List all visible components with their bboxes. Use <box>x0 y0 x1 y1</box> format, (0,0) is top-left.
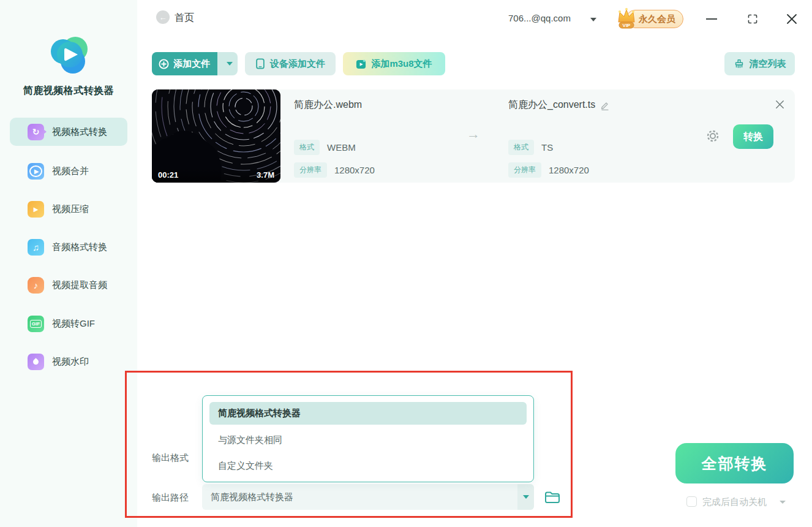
sidebar-item-label: 视频提取音频 <box>52 279 107 291</box>
sidebar-item-audio-convert[interactable]: 音频格式转换 <box>10 233 127 261</box>
back-button[interactable]: ← <box>156 10 170 24</box>
breadcrumb-home: 首页 <box>175 12 194 25</box>
sidebar-item-video-convert[interactable]: 视频格式转换 <box>10 118 127 146</box>
add-m3u8-label: 添加m3u8文件 <box>371 58 432 70</box>
device-add-file-button[interactable]: 设备添加文件 <box>245 52 336 75</box>
video-convert-icon <box>28 124 44 140</box>
sidebar-item-label: 视频转GIF <box>52 318 95 330</box>
maximize-icon <box>747 13 758 25</box>
extract-audio-icon <box>28 277 44 294</box>
sidebar-item-video-compress[interactable]: 视频压缩 <box>10 195 127 223</box>
sidebar-item-label: 视频水印 <box>52 356 89 368</box>
add-file-dropdown-button[interactable] <box>222 52 238 75</box>
pencil-icon[interactable] <box>600 100 610 110</box>
app-title: 简鹿视频格式转换器 <box>0 85 137 97</box>
broom-icon <box>734 58 745 69</box>
chevron-down-icon <box>227 62 233 66</box>
sidebar-item-extract-audio[interactable]: 视频提取音频 <box>10 271 127 299</box>
chevron-down-icon <box>523 495 529 499</box>
shutdown-chevron-down-icon[interactable] <box>780 501 786 504</box>
add-m3u8-button[interactable]: 添加m3u8文件 <box>343 52 445 75</box>
device-add-label: 设备添加文件 <box>270 58 325 70</box>
close-icon <box>775 99 785 110</box>
sidebar-item-watermark[interactable]: 视频水印 <box>10 347 127 376</box>
sidebar-item-video-merge[interactable]: 视频合并 <box>10 157 127 185</box>
sidebar-item-video-to-gif[interactable]: 视频转GIF <box>10 309 127 338</box>
source-format-value: WEBM <box>327 142 356 153</box>
source-resolution-tag: 分辨率 <box>294 162 327 178</box>
maximize-button[interactable] <box>745 12 761 26</box>
source-filename: 简鹿办公.webm <box>294 99 362 112</box>
target-filename: 简鹿办公_convert.ts <box>508 99 595 112</box>
dropdown-option-same-folder[interactable]: 与源文件夹相同 <box>218 434 282 446</box>
arrow-right-icon: → <box>467 126 480 142</box>
target-resolution-tag: 分辨率 <box>508 162 541 178</box>
select-caret-button[interactable] <box>517 484 534 510</box>
source-resolution-value: 1280x720 <box>334 165 375 175</box>
vip-badge[interactable]: 永久会员 VIP <box>614 6 685 32</box>
thumbnail-overlay: 00:21 3.7M <box>152 167 280 183</box>
source-format-tag: 格式 <box>294 140 320 155</box>
phone-icon <box>255 58 265 69</box>
video-file-icon <box>356 59 366 69</box>
vip-crown-icon: VIP <box>614 6 639 32</box>
sidebar-item-label: 视频压缩 <box>52 203 89 215</box>
close-window-button[interactable] <box>784 11 800 27</box>
add-file-button[interactable]: 添加文件 <box>152 52 217 75</box>
target-format-value: TS <box>541 142 553 153</box>
output-path-dropdown: 简鹿视频格式转换器 与源文件夹相同 自定义文件夹 <box>202 395 534 482</box>
arrow-left-icon: ← <box>159 13 167 22</box>
video-merge-icon <box>28 163 44 180</box>
output-path-value: 简鹿视频格式转换器 <box>211 491 293 503</box>
remove-file-button[interactable] <box>773 97 786 111</box>
dropdown-option-selected[interactable]: 简鹿视频格式转换器 <box>209 402 527 425</box>
vip-label: 永久会员 <box>639 13 675 25</box>
video-to-gif-icon <box>28 316 44 332</box>
minimize-button[interactable] <box>704 12 720 26</box>
video-size: 3.7M <box>257 170 274 180</box>
target-resolution-value: 1280x720 <box>549 165 589 175</box>
dropdown-option-custom-folder[interactable]: 自定义文件夹 <box>218 460 273 472</box>
clear-list-button[interactable]: 清空列表 <box>724 52 795 75</box>
sidebar-item-label: 视频合并 <box>52 165 89 177</box>
sidebar: 简鹿视频格式转换器 视频格式转换 视频合并 视频压缩 音频格式转换 视频提取音频… <box>0 0 137 527</box>
add-file-button-group: 添加文件 <box>152 52 238 75</box>
minimize-icon <box>706 18 717 20</box>
output-format-label: 输出格式 <box>152 452 189 464</box>
gear-icon[interactable] <box>705 128 721 144</box>
account-email[interactable]: 706...@qq.com <box>508 13 571 23</box>
add-file-label: 添加文件 <box>173 58 210 70</box>
audio-convert-icon <box>28 239 44 256</box>
close-icon <box>786 13 798 25</box>
vip-tag-text: VIP <box>623 23 631 28</box>
convert-button[interactable]: 转换 <box>733 124 773 149</box>
file-row: 00:21 3.7M 简鹿办公.webm 格式 WEBM 分辨率 1280x72… <box>152 89 795 183</box>
shutdown-label: 完成后自动关机 <box>702 496 767 508</box>
video-duration: 00:21 <box>158 170 178 180</box>
shutdown-checkbox[interactable] <box>686 496 697 507</box>
convert-label: 转换 <box>743 131 763 143</box>
watermark-icon <box>28 354 44 370</box>
account-chevron-down-icon[interactable] <box>590 18 596 21</box>
convert-all-button[interactable]: 全部转换 <box>675 443 794 483</box>
clear-list-label: 清空列表 <box>750 58 786 70</box>
sidebar-item-label: 音频格式转换 <box>52 241 107 253</box>
plus-circle-icon <box>159 59 169 69</box>
video-compress-icon <box>28 201 44 218</box>
sidebar-item-label: 视频格式转换 <box>52 126 107 138</box>
output-path-select[interactable]: 简鹿视频格式转换器 <box>202 484 534 510</box>
target-format-tag: 格式 <box>508 140 534 155</box>
app-window: 简鹿视频格式转换器 视频格式转换 视频合并 视频压缩 音频格式转换 视频提取音频… <box>0 0 812 527</box>
folder-icon[interactable] <box>544 488 561 506</box>
output-path-label: 输出路径 <box>152 492 189 504</box>
video-thumbnail: 00:21 3.7M <box>152 89 280 183</box>
app-logo-icon <box>48 34 90 76</box>
convert-all-label: 全部转换 <box>702 453 768 474</box>
